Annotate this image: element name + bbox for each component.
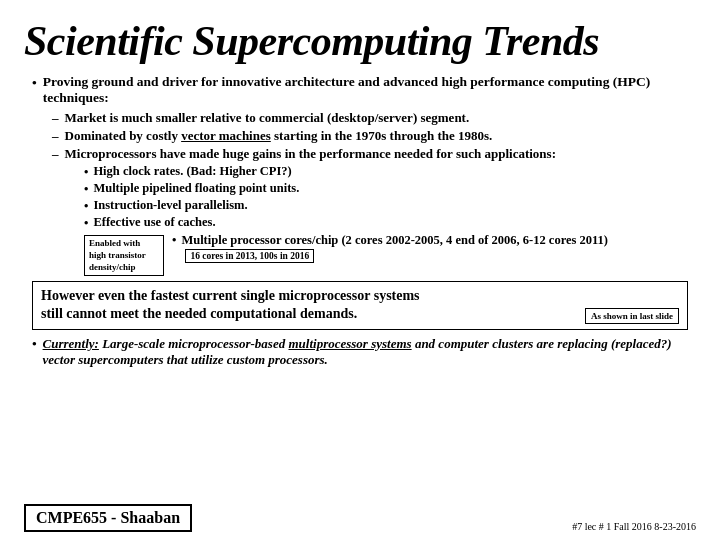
- nested-dot-2: •: [84, 182, 88, 197]
- sub-bullet-1: – Market is much smaller relative to com…: [52, 110, 696, 126]
- nested-bullet-3: • Instruction-level parallelism.: [84, 198, 696, 214]
- nested-bullet-2: • Multiple pipelined floating point unit…: [84, 181, 696, 197]
- sub-bullets: – Market is much smaller relative to com…: [52, 110, 696, 276]
- nested-text-4: Effective use of caches.: [93, 215, 215, 230]
- sub-bullet-2-text: Dominated by costly vector machines star…: [65, 128, 493, 144]
- last-nested-row: • Multiple processor cores/chip (2 cores…: [172, 233, 696, 263]
- as-shown-box: As shown in last slide: [585, 308, 679, 324]
- inline-note-box: 16 cores in 2013, 100s in 2016: [185, 249, 314, 263]
- bullet-2-body: Large-scale microprocessor-based multipr…: [43, 336, 672, 367]
- nested-dot-3: •: [84, 199, 88, 214]
- vector-machines-underline: vector machines: [181, 128, 271, 143]
- dash-2: –: [52, 128, 59, 144]
- nested-dot-4: •: [84, 216, 88, 231]
- bullet-2-text: Currently: Large-scale microprocessor-ba…: [43, 336, 696, 368]
- sub-bullet-1-text: Market is much smaller relative to comme…: [65, 110, 470, 126]
- dash-1: –: [52, 110, 59, 126]
- nested-text-3: Instruction-level parallelism.: [93, 198, 247, 213]
- nested-dot-1: •: [84, 165, 88, 180]
- side-note-box: Enabled with high transistor density/chi…: [84, 235, 164, 276]
- sub-bullet-3-text: Microprocessors have made huge gains in …: [65, 146, 556, 162]
- bullet-1-text: Proving ground and driver for innovative…: [43, 74, 696, 106]
- side-note-area: Enabled with high transistor density/chi…: [84, 233, 696, 276]
- sub-bullet-2: – Dominated by costly vector machines st…: [52, 128, 696, 144]
- nested-text-1: High clock rates. (Bad: Higher CPI?): [93, 164, 291, 179]
- nested-bullet-4: • Effective use of caches.: [84, 215, 696, 231]
- nested-text-2: Multiple pipelined floating point units.: [93, 181, 299, 196]
- footer: CMPE655 - Shaaban #7 lec # 1 Fall 2016 8…: [0, 504, 720, 532]
- however-text: However even the fastest current single …: [41, 287, 577, 323]
- last-nested-text: Multiple processor cores/chip (2 cores 2…: [181, 233, 696, 263]
- however-box: However even the fastest current single …: [32, 281, 688, 329]
- bullet-dot: •: [32, 75, 37, 106]
- slide-title: Scientific Supercomputing Trends: [24, 18, 696, 64]
- slide-number: #7 lec # 1 Fall 2016 8-23-2016: [572, 521, 696, 532]
- cmpe-box: CMPE655 - Shaaban: [24, 504, 192, 532]
- dash-3: –: [52, 146, 59, 162]
- nested-bullet-1: • High clock rates. (Bad: Higher CPI?): [84, 164, 696, 180]
- bullet-2-dot: •: [32, 336, 37, 368]
- slide: Scientific Supercomputing Trends • Provi…: [0, 0, 720, 540]
- nested-dot-5: •: [172, 233, 176, 248]
- bullet-1: • Proving ground and driver for innovati…: [32, 74, 696, 106]
- bullet-2: • Currently: Large-scale microprocessor-…: [32, 336, 696, 368]
- sub-bullet-3: – Microprocessors have made huge gains i…: [52, 146, 696, 162]
- nested-bullets: • High clock rates. (Bad: Higher CPI?) •…: [84, 164, 696, 276]
- currently-label: Currently:: [43, 336, 99, 351]
